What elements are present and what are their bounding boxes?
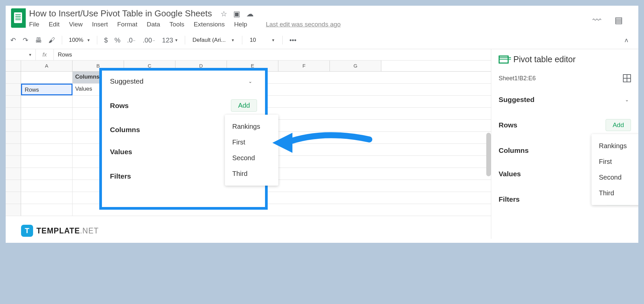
- svg-marker-0: [272, 133, 292, 153]
- activity-icon[interactable]: 〰: [593, 15, 601, 25]
- menu-bar: File Edit View Insert Format Data Tools …: [29, 21, 593, 28]
- sheets-logo[interactable]: [11, 8, 26, 28]
- formula-bar: ▾ fx Rows: [6, 49, 491, 61]
- hl-rows: Rows Add: [110, 99, 257, 112]
- title-area: How to Insert/Use Pivot Table in Google …: [29, 8, 593, 28]
- row-header-2[interactable]: [6, 84, 21, 95]
- row-header-5[interactable]: [6, 120, 21, 131]
- sb-rows: Rows Add: [499, 119, 631, 131]
- redo-icon[interactable]: ↷: [20, 35, 31, 45]
- row-header-4[interactable]: [6, 108, 21, 119]
- arrow-annotation: [269, 123, 376, 163]
- menu-file[interactable]: File: [29, 21, 39, 28]
- range-text[interactable]: Sheet1!B2:E6: [499, 75, 536, 82]
- rows-add-button[interactable]: Add: [606, 119, 631, 131]
- col-header-f[interactable]: F: [278, 61, 330, 71]
- menu-format[interactable]: Format: [117, 21, 137, 28]
- print-icon[interactable]: 🖶: [32, 35, 44, 45]
- hl-rows-add-button[interactable]: Add: [231, 99, 257, 112]
- number-format-select[interactable]: 123▼: [159, 35, 181, 45]
- hl-suggested[interactable]: Suggested ⌄: [110, 77, 257, 85]
- menu-view[interactable]: View: [69, 21, 83, 28]
- last-edit-link[interactable]: Last edit was seconds ago: [266, 21, 341, 28]
- col-header-a[interactable]: A: [21, 61, 73, 71]
- menu-data[interactable]: Data: [147, 21, 160, 28]
- percent-button[interactable]: %: [112, 35, 123, 45]
- font-select[interactable]: Default (Ari...▼: [189, 37, 238, 43]
- hl-option-third[interactable]: Third: [225, 166, 278, 182]
- cell-a1[interactable]: [21, 72, 73, 83]
- document-title[interactable]: How to Insert/Use Pivot Table in Google …: [29, 8, 593, 19]
- option-third[interactable]: Third: [592, 185, 639, 201]
- toolbar: ↶ ↷ 🖶 🖌 100%▼ $ % .0← .00→ 123▼ Default …: [6, 31, 638, 49]
- chevron-down-icon: ⌄: [248, 79, 257, 84]
- row-header-9[interactable]: [6, 168, 21, 180]
- row-header-10[interactable]: [6, 180, 21, 192]
- sidebar-range: Sheet1!B2:E6: [499, 74, 631, 82]
- header-right: 〰 ▤: [593, 8, 633, 25]
- row-header-1[interactable]: [6, 72, 21, 83]
- header: How to Insert/Use Pivot Table in Google …: [6, 6, 638, 28]
- app-window: How to Insert/Use Pivot Table in Google …: [5, 5, 639, 244]
- cell-a2[interactable]: Rows: [21, 84, 73, 95]
- option-second[interactable]: Second: [592, 170, 639, 185]
- name-box[interactable]: ▾: [6, 49, 36, 60]
- watermark-logo: T: [21, 225, 33, 237]
- menu-insert[interactable]: Insert: [92, 21, 108, 28]
- zoom-select[interactable]: 100%▼: [66, 37, 93, 43]
- pivot-editor-sidebar: Pivot table editor Sheet1!B2:E6 Suggeste…: [491, 49, 638, 239]
- cloud-icon[interactable]: ☁: [246, 10, 254, 18]
- select-all-corner[interactable]: [6, 61, 21, 71]
- row-header-8[interactable]: [6, 156, 21, 168]
- highlight-callout: Suggested ⌄ Rows Add Columns Values Filt…: [99, 68, 268, 210]
- undo-icon[interactable]: ↶: [8, 35, 19, 45]
- select-range-icon[interactable]: [623, 74, 631, 82]
- watermark-text: TEMPLATE.NET: [36, 226, 99, 235]
- chevron-down-icon: ⌄: [625, 97, 631, 102]
- option-first[interactable]: First: [592, 154, 639, 170]
- decrease-decimals-button[interactable]: .0←: [124, 35, 139, 45]
- menu-edit[interactable]: Edit: [49, 21, 60, 28]
- move-icon[interactable]: ▣: [233, 10, 240, 18]
- sidebar-title-text: Pivot table editor: [513, 55, 575, 64]
- option-rankings[interactable]: Rankings: [592, 138, 639, 154]
- menu-help[interactable]: Help: [234, 21, 247, 28]
- col-header-g[interactable]: G: [330, 61, 381, 71]
- title-text[interactable]: How to Insert/Use Pivot Table in Google …: [29, 8, 212, 18]
- currency-button[interactable]: $: [101, 35, 110, 45]
- sb-suggested[interactable]: Suggested ⌄: [499, 96, 631, 104]
- row-header-12[interactable]: [6, 204, 21, 216]
- vertical-scrollbar[interactable]: [486, 133, 491, 176]
- rows-dropdown-menu: Rankings First Second Third: [592, 134, 639, 205]
- row-header-6[interactable]: [6, 132, 21, 143]
- pivot-table-icon: [499, 56, 509, 64]
- fx-label: fx: [36, 49, 54, 60]
- row-header-3[interactable]: [6, 96, 21, 107]
- row-header-7[interactable]: [6, 144, 21, 156]
- menu-tools[interactable]: Tools: [169, 21, 184, 28]
- collapse-toolbar-icon[interactable]: ʌ: [625, 36, 628, 44]
- row-header-11[interactable]: [6, 192, 21, 204]
- sidebar-title: Pivot table editor: [499, 55, 631, 64]
- star-icon[interactable]: ☆: [221, 10, 227, 18]
- menu-extensions[interactable]: Extensions: [194, 21, 225, 28]
- comments-icon[interactable]: ▤: [615, 15, 623, 25]
- more-button[interactable]: •••: [287, 35, 299, 45]
- formula-input[interactable]: Rows: [54, 52, 72, 58]
- font-size-select[interactable]: 10▼: [246, 37, 278, 43]
- watermark: T TEMPLATE.NET: [21, 225, 99, 237]
- paint-format-icon[interactable]: 🖌: [46, 35, 58, 45]
- increase-decimals-button[interactable]: .00→: [140, 35, 158, 45]
